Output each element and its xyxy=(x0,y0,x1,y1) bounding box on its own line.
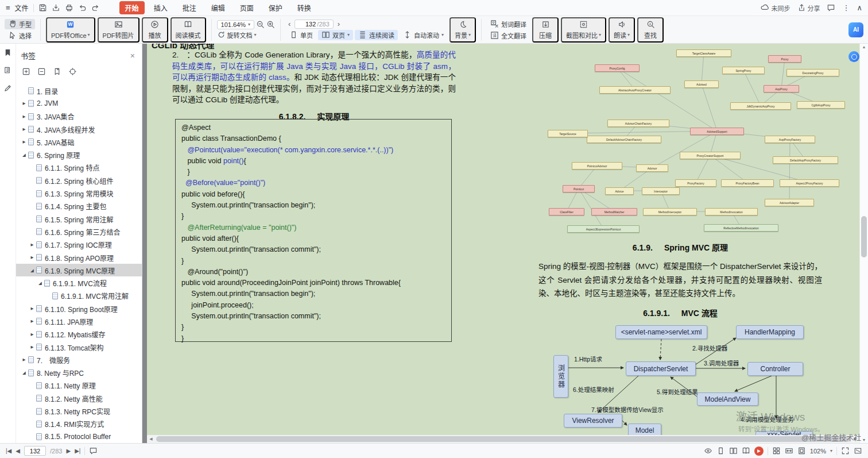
zoom-out-icon[interactable] xyxy=(256,20,265,29)
status-page-input[interactable] xyxy=(24,446,46,456)
bookmark-toggle-icon[interactable]: ◢ xyxy=(21,152,28,157)
print-icon[interactable] xyxy=(65,3,73,12)
single-page-button[interactable]: 单页 xyxy=(286,30,316,40)
pdf-to-office-button[interactable]: W PDF转Office▾ xyxy=(46,17,95,43)
fullscreen-icon[interactable] xyxy=(854,447,862,455)
bookmark-item[interactable]: ▶7. 微服务 xyxy=(16,353,142,366)
bookmark-toggle-icon[interactable]: ◢ xyxy=(37,280,44,286)
sync-status[interactable]: 未同步 xyxy=(761,3,790,13)
horizontal-scroll-track[interactable] xyxy=(155,435,851,443)
comment-icon[interactable] xyxy=(827,3,835,12)
eye-protect-icon[interactable] xyxy=(704,447,712,455)
first-page-button[interactable]: |◀ xyxy=(6,448,11,454)
bookmark-item[interactable]: 8.1.4. RMI实现方式 xyxy=(16,418,142,430)
bookmark-item[interactable]: ▶4. JAVA多线程并发 xyxy=(16,123,142,136)
bookmark-item[interactable]: ▶3. JAVA集合 xyxy=(16,110,142,123)
prev-page-button[interactable]: ◀ xyxy=(16,448,20,454)
bookmark-item[interactable]: ◢8. Netty 与RPC xyxy=(16,367,142,379)
bookmark-item[interactable]: 8.1.5. Protoclol Buffer xyxy=(16,430,142,443)
collapse-all-icon[interactable] xyxy=(37,67,46,76)
fit-page-icon[interactable] xyxy=(797,447,806,455)
zoom-in-icon[interactable] xyxy=(266,20,275,29)
vertical-scroll-thumb[interactable] xyxy=(861,216,867,257)
bookmark-toggle-icon[interactable]: ▶ xyxy=(21,114,28,119)
bookmark-item[interactable]: ▶2. JVM xyxy=(16,97,142,110)
chevron-down-icon[interactable]: ▾ xyxy=(830,449,832,453)
bookmark-item[interactable]: 8.1.3. Netty RPC实现 xyxy=(16,405,142,417)
bookmark-item[interactable]: 6.1.4. Spring 主要包 xyxy=(16,200,142,213)
redo-icon[interactable] xyxy=(91,3,100,12)
pdf-to-image-button[interactable]: PDF转图片 xyxy=(98,17,140,43)
full-translate-button[interactable]: 译 全文翻译 xyxy=(487,30,530,41)
expand-all-icon[interactable] xyxy=(22,67,30,76)
bookmark-toggle-icon[interactable]: ▶ xyxy=(21,140,28,144)
scroll-up-icon[interactable]: ▲ xyxy=(860,45,868,49)
menu-tab-3[interactable]: 批注 xyxy=(177,1,202,14)
menu-tab-1[interactable]: 开始 xyxy=(119,1,145,14)
prev-page-button[interactable]: ‹ xyxy=(286,20,293,28)
bookmark-item[interactable]: 6.1.3. Spring 常用模块 xyxy=(16,187,142,199)
fit-width-icon[interactable] xyxy=(785,447,793,455)
menu-tab-7[interactable]: 转换 xyxy=(292,1,317,14)
expand-window-icon[interactable] xyxy=(841,447,850,455)
undo-icon[interactable] xyxy=(78,3,87,12)
book-view-icon[interactable] xyxy=(742,447,750,455)
annotations-panel-icon[interactable] xyxy=(3,84,12,93)
single-page-view-icon[interactable] xyxy=(716,447,725,455)
bookmark-toggle-icon[interactable]: ▶ xyxy=(29,243,36,247)
auto-scroll-button[interactable]: 自动滚动 ▾ xyxy=(400,30,447,40)
bookmark-item[interactable]: ◢6.1.9. Spring MVC原理 xyxy=(16,264,142,276)
bookmark-toggle-icon[interactable]: ▶ xyxy=(29,306,36,311)
file-menu[interactable]: 文件 xyxy=(15,3,29,13)
bookmark-item[interactable]: ▶6.1.10. Spring Boot原理 xyxy=(16,302,142,315)
screenshot-compare-button[interactable]: 截图和对比▾ xyxy=(561,17,606,43)
wps-ai-button[interactable]: AI xyxy=(848,22,863,37)
bookmark-toggle-icon[interactable]: ▶ xyxy=(29,319,36,324)
presentation-play-button[interactable] xyxy=(754,447,764,456)
scroll-left-icon[interactable]: ◀ xyxy=(147,437,155,441)
page-number-input[interactable] xyxy=(299,21,316,28)
bookmark-toggle-icon[interactable]: ◢ xyxy=(29,268,36,273)
bookmark-item[interactable]: ◢6.1.9.1. MVC流程 xyxy=(16,276,142,289)
compress-button[interactable]: 压缩 xyxy=(532,17,559,43)
vertical-scrollbar[interactable]: ▲ ▼ xyxy=(859,44,868,443)
main-menu-icon[interactable]: ≡ xyxy=(6,3,10,12)
bookmark-item[interactable]: 1. 目录 xyxy=(16,84,142,97)
next-page-button[interactable]: › xyxy=(335,20,342,28)
bookmark-toggle-icon[interactable]: ◢ xyxy=(21,370,28,375)
word-translate-button[interactable]: 文 划词翻译 xyxy=(487,19,530,29)
bookmark-item[interactable]: 6.1.5. Spring 常用注解 xyxy=(16,213,142,225)
save-icon[interactable] xyxy=(38,3,47,12)
bookmark-toggle-icon[interactable]: ▶ xyxy=(21,101,28,106)
last-page-button[interactable]: ▶| xyxy=(75,448,80,454)
status-comment-icon[interactable] xyxy=(89,447,98,455)
double-page-button[interactable]: 双页 ▾ xyxy=(318,30,353,40)
close-icon[interactable]: × xyxy=(130,52,135,60)
bookmark-item[interactable]: ▶6.1.12. Mybatis缓存 xyxy=(16,328,142,341)
bookmark-item[interactable]: 6.1.2. Spring 核心组件 xyxy=(16,174,142,187)
double-page-view-icon[interactable] xyxy=(729,447,738,455)
bookmark-item[interactable]: 6.1.1. Spring 特点 xyxy=(16,161,142,174)
zoom-level-select[interactable]: 101.64% ▾ xyxy=(217,20,254,29)
bookmark-item[interactable]: ▶6.1.8. Spring APO原理 xyxy=(16,251,142,264)
bookmark-item[interactable]: ▶5. JAVA基础 xyxy=(16,136,142,148)
find-button[interactable]: A 查找 xyxy=(637,17,664,43)
menu-tab-6[interactable]: 保护 xyxy=(263,1,288,14)
background-button[interactable]: 背景▾ xyxy=(450,17,476,43)
bookmark-item[interactable]: 8.1.1. Netty 原理 xyxy=(16,379,142,392)
play-button[interactable]: 播放 xyxy=(142,17,168,43)
horizontal-scroll-thumb[interactable] xyxy=(156,436,850,442)
bookmark-item[interactable]: ◢6. Spring 原理 xyxy=(16,148,142,161)
bookmark-item[interactable]: ▶6.1.13. Tomcat架构 xyxy=(16,341,142,353)
bookmark-item[interactable]: 6.1.9.1. MVC常用注解 xyxy=(16,290,142,302)
more-icon[interactable]: ⋮ xyxy=(842,3,850,12)
locate-bookmark-icon[interactable] xyxy=(68,67,77,76)
add-bookmark-icon[interactable] xyxy=(53,67,61,76)
floating-assistant-button[interactable] xyxy=(848,51,859,62)
bookmark-item[interactable]: ▶6.1.11. JPA原理 xyxy=(16,315,142,328)
bookmark-toggle-icon[interactable]: ▶ xyxy=(21,127,28,132)
status-zoom-level[interactable]: 102% xyxy=(810,448,826,455)
next-page-button[interactable]: ▶ xyxy=(66,448,71,454)
horizontal-scrollbar[interactable]: ◀ ▶ xyxy=(147,435,859,443)
continuous-read-button[interactable]: 连续阅读 xyxy=(355,30,398,40)
